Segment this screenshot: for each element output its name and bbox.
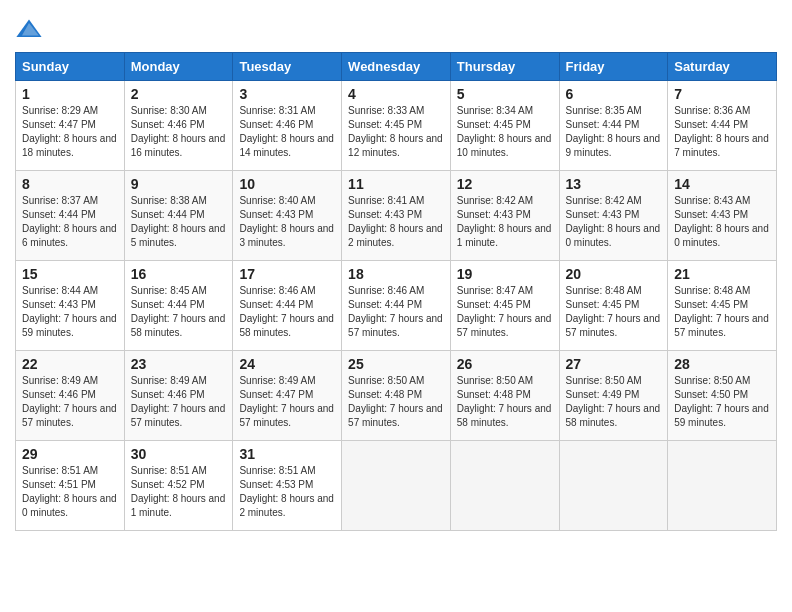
day-info: Sunrise: 8:30 AMSunset: 4:46 PMDaylight:… [131, 104, 227, 160]
day-number: 20 [566, 266, 662, 282]
header-monday: Monday [124, 53, 233, 81]
calendar-cell: 4Sunrise: 8:33 AMSunset: 4:45 PMDaylight… [342, 81, 451, 171]
day-info: Sunrise: 8:51 AMSunset: 4:53 PMDaylight:… [239, 464, 335, 520]
day-number: 24 [239, 356, 335, 372]
day-number: 25 [348, 356, 444, 372]
header-sunday: Sunday [16, 53, 125, 81]
header-wednesday: Wednesday [342, 53, 451, 81]
day-number: 16 [131, 266, 227, 282]
calendar-cell: 13Sunrise: 8:42 AMSunset: 4:43 PMDayligh… [559, 171, 668, 261]
calendar-cell: 9Sunrise: 8:38 AMSunset: 4:44 PMDaylight… [124, 171, 233, 261]
day-info: Sunrise: 8:34 AMSunset: 4:45 PMDaylight:… [457, 104, 553, 160]
calendar-cell: 18Sunrise: 8:46 AMSunset: 4:44 PMDayligh… [342, 261, 451, 351]
day-info: Sunrise: 8:46 AMSunset: 4:44 PMDaylight:… [348, 284, 444, 340]
calendar-cell: 27Sunrise: 8:50 AMSunset: 4:49 PMDayligh… [559, 351, 668, 441]
calendar-cell: 24Sunrise: 8:49 AMSunset: 4:47 PMDayligh… [233, 351, 342, 441]
day-info: Sunrise: 8:49 AMSunset: 4:46 PMDaylight:… [131, 374, 227, 430]
day-number: 11 [348, 176, 444, 192]
day-number: 19 [457, 266, 553, 282]
day-number: 6 [566, 86, 662, 102]
logo-icon [15, 16, 43, 44]
day-info: Sunrise: 8:29 AMSunset: 4:47 PMDaylight:… [22, 104, 118, 160]
day-info: Sunrise: 8:40 AMSunset: 4:43 PMDaylight:… [239, 194, 335, 250]
day-info: Sunrise: 8:45 AMSunset: 4:44 PMDaylight:… [131, 284, 227, 340]
day-info: Sunrise: 8:44 AMSunset: 4:43 PMDaylight:… [22, 284, 118, 340]
calendar-cell: 20Sunrise: 8:48 AMSunset: 4:45 PMDayligh… [559, 261, 668, 351]
day-number: 13 [566, 176, 662, 192]
day-info: Sunrise: 8:41 AMSunset: 4:43 PMDaylight:… [348, 194, 444, 250]
day-info: Sunrise: 8:49 AMSunset: 4:47 PMDaylight:… [239, 374, 335, 430]
day-number: 28 [674, 356, 770, 372]
day-info: Sunrise: 8:48 AMSunset: 4:45 PMDaylight:… [566, 284, 662, 340]
calendar-cell: 31Sunrise: 8:51 AMSunset: 4:53 PMDayligh… [233, 441, 342, 531]
calendar-cell: 16Sunrise: 8:45 AMSunset: 4:44 PMDayligh… [124, 261, 233, 351]
day-info: Sunrise: 8:33 AMSunset: 4:45 PMDaylight:… [348, 104, 444, 160]
day-number: 2 [131, 86, 227, 102]
calendar-cell: 25Sunrise: 8:50 AMSunset: 4:48 PMDayligh… [342, 351, 451, 441]
calendar-cell [450, 441, 559, 531]
calendar-cell: 6Sunrise: 8:35 AMSunset: 4:44 PMDaylight… [559, 81, 668, 171]
day-info: Sunrise: 8:50 AMSunset: 4:48 PMDaylight:… [348, 374, 444, 430]
calendar-cell: 28Sunrise: 8:50 AMSunset: 4:50 PMDayligh… [668, 351, 777, 441]
day-info: Sunrise: 8:46 AMSunset: 4:44 PMDaylight:… [239, 284, 335, 340]
week-row-1: 1Sunrise: 8:29 AMSunset: 4:47 PMDaylight… [16, 81, 777, 171]
day-info: Sunrise: 8:48 AMSunset: 4:45 PMDaylight:… [674, 284, 770, 340]
calendar-cell [342, 441, 451, 531]
day-info: Sunrise: 8:31 AMSunset: 4:46 PMDaylight:… [239, 104, 335, 160]
day-number: 23 [131, 356, 227, 372]
day-info: Sunrise: 8:42 AMSunset: 4:43 PMDaylight:… [566, 194, 662, 250]
header-thursday: Thursday [450, 53, 559, 81]
day-number: 14 [674, 176, 770, 192]
calendar-cell: 19Sunrise: 8:47 AMSunset: 4:45 PMDayligh… [450, 261, 559, 351]
day-info: Sunrise: 8:50 AMSunset: 4:49 PMDaylight:… [566, 374, 662, 430]
header-tuesday: Tuesday [233, 53, 342, 81]
day-number: 21 [674, 266, 770, 282]
day-number: 27 [566, 356, 662, 372]
calendar-cell: 8Sunrise: 8:37 AMSunset: 4:44 PMDaylight… [16, 171, 125, 261]
day-number: 22 [22, 356, 118, 372]
calendar-cell: 14Sunrise: 8:43 AMSunset: 4:43 PMDayligh… [668, 171, 777, 261]
calendar-cell: 5Sunrise: 8:34 AMSunset: 4:45 PMDaylight… [450, 81, 559, 171]
calendar-cell: 7Sunrise: 8:36 AMSunset: 4:44 PMDaylight… [668, 81, 777, 171]
calendar-cell: 11Sunrise: 8:41 AMSunset: 4:43 PMDayligh… [342, 171, 451, 261]
day-number: 30 [131, 446, 227, 462]
day-number: 18 [348, 266, 444, 282]
day-info: Sunrise: 8:50 AMSunset: 4:50 PMDaylight:… [674, 374, 770, 430]
day-number: 17 [239, 266, 335, 282]
calendar-cell [559, 441, 668, 531]
calendar-cell: 30Sunrise: 8:51 AMSunset: 4:52 PMDayligh… [124, 441, 233, 531]
calendar-cell: 17Sunrise: 8:46 AMSunset: 4:44 PMDayligh… [233, 261, 342, 351]
day-info: Sunrise: 8:47 AMSunset: 4:45 PMDaylight:… [457, 284, 553, 340]
week-row-3: 15Sunrise: 8:44 AMSunset: 4:43 PMDayligh… [16, 261, 777, 351]
day-number: 10 [239, 176, 335, 192]
day-number: 29 [22, 446, 118, 462]
calendar-cell: 29Sunrise: 8:51 AMSunset: 4:51 PMDayligh… [16, 441, 125, 531]
day-number: 7 [674, 86, 770, 102]
calendar-table: SundayMondayTuesdayWednesdayThursdayFrid… [15, 52, 777, 531]
day-info: Sunrise: 8:51 AMSunset: 4:51 PMDaylight:… [22, 464, 118, 520]
day-info: Sunrise: 8:42 AMSunset: 4:43 PMDaylight:… [457, 194, 553, 250]
header-friday: Friday [559, 53, 668, 81]
day-number: 15 [22, 266, 118, 282]
header-saturday: Saturday [668, 53, 777, 81]
calendar-cell: 22Sunrise: 8:49 AMSunset: 4:46 PMDayligh… [16, 351, 125, 441]
day-number: 9 [131, 176, 227, 192]
logo [15, 16, 47, 44]
week-row-2: 8Sunrise: 8:37 AMSunset: 4:44 PMDaylight… [16, 171, 777, 261]
calendar-cell: 10Sunrise: 8:40 AMSunset: 4:43 PMDayligh… [233, 171, 342, 261]
day-info: Sunrise: 8:38 AMSunset: 4:44 PMDaylight:… [131, 194, 227, 250]
calendar-cell: 21Sunrise: 8:48 AMSunset: 4:45 PMDayligh… [668, 261, 777, 351]
calendar-cell: 12Sunrise: 8:42 AMSunset: 4:43 PMDayligh… [450, 171, 559, 261]
day-info: Sunrise: 8:43 AMSunset: 4:43 PMDaylight:… [674, 194, 770, 250]
day-number: 4 [348, 86, 444, 102]
calendar-cell: 15Sunrise: 8:44 AMSunset: 4:43 PMDayligh… [16, 261, 125, 351]
day-number: 5 [457, 86, 553, 102]
week-row-4: 22Sunrise: 8:49 AMSunset: 4:46 PMDayligh… [16, 351, 777, 441]
day-number: 1 [22, 86, 118, 102]
calendar-cell: 2Sunrise: 8:30 AMSunset: 4:46 PMDaylight… [124, 81, 233, 171]
day-info: Sunrise: 8:49 AMSunset: 4:46 PMDaylight:… [22, 374, 118, 430]
calendar-cell [668, 441, 777, 531]
day-info: Sunrise: 8:51 AMSunset: 4:52 PMDaylight:… [131, 464, 227, 520]
day-info: Sunrise: 8:37 AMSunset: 4:44 PMDaylight:… [22, 194, 118, 250]
header [15, 10, 777, 44]
